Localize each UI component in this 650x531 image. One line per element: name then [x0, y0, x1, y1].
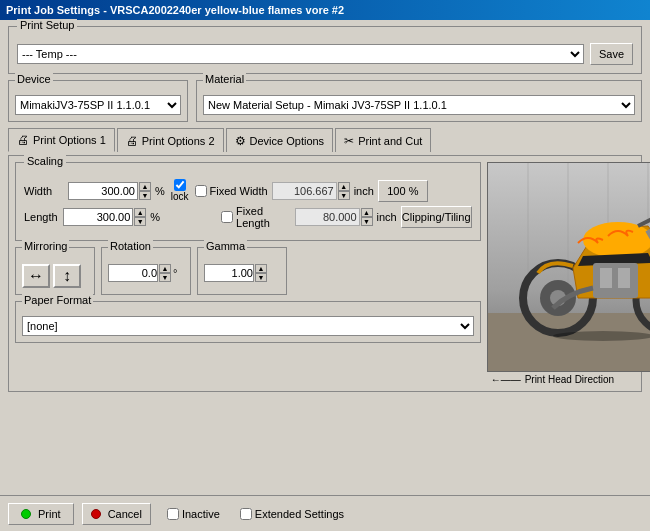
fixed-width-label-wrap: Fixed Width — [195, 185, 268, 197]
width-up[interactable]: ▲ — [139, 182, 151, 191]
fl-up[interactable]: ▲ — [361, 208, 373, 217]
window-body: Print Setup --- Temp --- Save Device Mim… — [0, 20, 650, 398]
length-up[interactable]: ▲ — [134, 208, 146, 217]
clipping-tiling-button[interactable]: Clipping/Tiling — [401, 206, 472, 228]
rotation-group: Rotation ▲ ▼ ° — [101, 247, 191, 295]
tab-print-options-2-label: Print Options 2 — [142, 135, 215, 147]
fixed-width-input[interactable] — [272, 182, 337, 200]
print-setup-row: --- Temp --- Save — [17, 43, 633, 65]
gamma-spin: ▲ ▼ — [204, 264, 280, 282]
print-setup-group: Print Setup --- Temp --- Save — [8, 26, 642, 74]
extended-settings-checkbox[interactable] — [240, 508, 252, 520]
width-spin: ▲ ▼ — [68, 182, 151, 200]
material-group: Material New Material Setup - Mimaki JV3… — [196, 80, 642, 122]
cancel-button[interactable]: Cancel — [82, 503, 151, 525]
image-wrapper: Media Print Direction ↑ ←—— Print Head D… — [487, 162, 650, 385]
gamma-up[interactable]: ▲ — [255, 264, 267, 273]
inch-label-2: inch — [377, 211, 397, 223]
print-head-direction: ←—— Print Head Direction — [487, 374, 614, 385]
mirroring-label: Mirroring — [22, 240, 69, 252]
extended-settings-label: Extended Settings — [255, 508, 344, 520]
right-panel: Media Print Direction ↑ ←—— Print Head D… — [487, 162, 650, 385]
width-row: Width ▲ ▼ % lock — [24, 179, 472, 202]
fixed-length-label-wrap: Fixed Length — [221, 205, 290, 229]
gamma-input[interactable] — [204, 264, 254, 282]
mirror-vertical-button[interactable]: ↕ — [53, 264, 81, 288]
inactive-checkbox[interactable] — [167, 508, 179, 520]
tab-print-and-cut[interactable]: ✂ Print and Cut — [335, 128, 431, 152]
rotation-input[interactable] — [108, 264, 158, 282]
mirror-v-icon: ↕ — [63, 267, 71, 285]
print-head-label: Print Head Direction — [525, 374, 614, 385]
material-select[interactable]: New Material Setup - Mimaki JV3-75SP II … — [203, 95, 635, 115]
rot-up[interactable]: ▲ — [159, 264, 171, 273]
bottom-controls: Mirroring ↔ ↕ Rotation — [15, 247, 481, 295]
fixed-width-check[interactable] — [195, 185, 207, 197]
fl-down[interactable]: ▼ — [361, 217, 373, 226]
fixed-length-spin: ▲ ▼ — [295, 208, 373, 226]
scaling-label: Scaling — [24, 155, 66, 167]
extended-settings-wrap: Extended Settings — [240, 508, 344, 520]
length-input[interactable] — [63, 208, 133, 226]
width-input[interactable] — [68, 182, 138, 200]
fixed-length-check[interactable] — [221, 211, 233, 223]
title-bar: Print Job Settings - VRSCA2002240er yell… — [0, 0, 650, 20]
cancel-led — [91, 509, 101, 519]
left-panel: Scaling Width ▲ ▼ % — [15, 162, 481, 385]
print-led — [21, 509, 31, 519]
fixed-length-label: Fixed Length — [236, 205, 290, 229]
gamma-arrows: ▲ ▼ — [255, 264, 267, 282]
fixed-width-spin: ▲ ▼ — [272, 182, 350, 200]
tab-device-options[interactable]: ⚙ Device Options — [226, 128, 334, 152]
rotation-spin: ▲ ▼ — [108, 264, 171, 282]
window-title: Print Job Settings - VRSCA2002240er yell… — [6, 4, 344, 16]
image-area: Media Print Direction ↑ — [487, 162, 650, 372]
printer-icon-1: 🖨 — [17, 133, 29, 147]
print-setup-combo[interactable]: --- Temp --- — [17, 44, 584, 64]
tab-print-options-2[interactable]: 🖨 Print Options 2 — [117, 128, 224, 152]
print-head-arrow: ←—— — [491, 374, 521, 385]
width-down[interactable]: ▼ — [139, 191, 151, 200]
lock-label: lock — [171, 191, 189, 202]
svg-rect-15 — [593, 263, 638, 298]
print-setup-label: Print Setup — [17, 19, 77, 31]
inactive-wrap: Inactive — [167, 508, 220, 520]
gamma-down[interactable]: ▼ — [255, 273, 267, 282]
pct100-button[interactable]: 100 % — [378, 180, 428, 202]
gamma-label: Gamma — [204, 240, 247, 252]
svg-rect-16 — [600, 268, 612, 288]
rot-down[interactable]: ▼ — [159, 273, 171, 282]
mirror-horizontal-button[interactable]: ↔ — [22, 264, 50, 288]
cancel-label: Cancel — [108, 508, 142, 520]
inactive-label: Inactive — [182, 508, 220, 520]
mirror-buttons: ↔ ↕ — [22, 264, 88, 288]
length-down[interactable]: ▼ — [134, 217, 146, 226]
lock-checkbox[interactable] — [174, 179, 186, 191]
width-label: Width — [24, 185, 64, 197]
tab-print-options-1[interactable]: 🖨 Print Options 1 — [8, 128, 115, 152]
length-spin: ▲ ▼ — [63, 208, 146, 226]
motorcycle-svg — [488, 163, 650, 372]
width-pct: % — [155, 185, 165, 197]
fw-up[interactable]: ▲ — [338, 182, 350, 191]
print-button[interactable]: Print — [8, 503, 74, 525]
device-group: Device MimakiJV3-75SP II 1.1.0.1 — [8, 80, 188, 122]
device-label: Device — [15, 73, 53, 85]
svg-rect-7 — [488, 313, 650, 372]
mirroring-group: Mirroring ↔ ↕ — [15, 247, 95, 295]
fw-arrows: ▲ ▼ — [338, 182, 350, 200]
device-select[interactable]: MimakiJV3-75SP II 1.1.0.1 — [15, 95, 181, 115]
paper-format-select[interactable]: [none] — [22, 316, 474, 336]
length-row: Length ▲ ▼ % Fixed Length — [24, 205, 472, 229]
width-arrows: ▲ ▼ — [139, 182, 151, 200]
fixed-width-label: Fixed Width — [210, 185, 268, 197]
fixed-length-input[interactable] — [295, 208, 360, 226]
degree-symbol: ° — [173, 267, 177, 279]
fw-down[interactable]: ▼ — [338, 191, 350, 200]
device-icon: ⚙ — [235, 134, 246, 148]
lock-area: lock — [171, 179, 189, 202]
tab-print-and-cut-label: Print and Cut — [358, 135, 422, 147]
save-button[interactable]: Save — [590, 43, 633, 65]
tab-content: Scaling Width ▲ ▼ % — [8, 155, 642, 392]
rotation-label: Rotation — [108, 240, 153, 252]
